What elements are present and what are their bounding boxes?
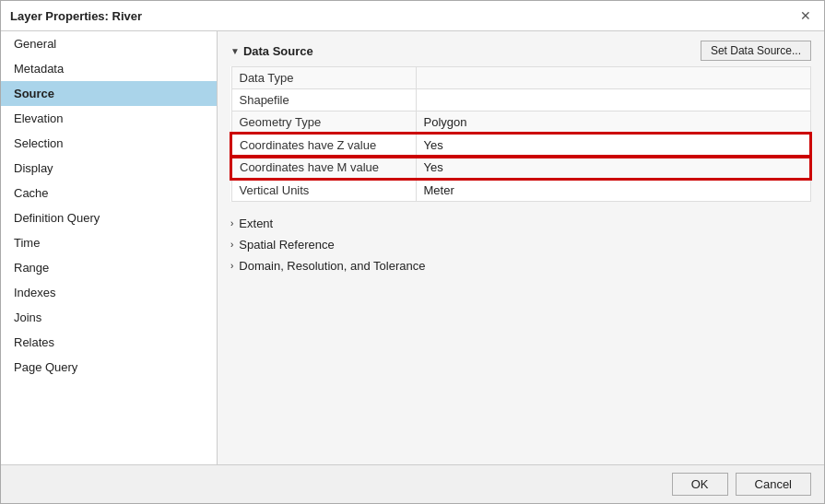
section-arrow-icon: › xyxy=(230,240,233,250)
data-source-section: ▼ Data Source Set Data Source... Data Ty… xyxy=(230,41,811,202)
sidebar-item-indexes[interactable]: Indexes xyxy=(1,280,217,305)
cancel-button[interactable]: Cancel xyxy=(736,473,811,496)
row-value: Yes xyxy=(416,134,810,157)
set-data-source-button[interactable]: Set Data Source... xyxy=(701,41,811,61)
sidebar-item-relates[interactable]: Relates xyxy=(1,330,217,355)
dialog-body: GeneralMetadataSourceElevationSelectionD… xyxy=(1,31,824,464)
title-bar-left: Layer Properties: River xyxy=(10,9,142,23)
section-arrow-icon: › xyxy=(230,218,233,229)
section-label: Domain, Resolution, and Tolerance xyxy=(239,259,425,273)
row-value: Meter xyxy=(416,179,810,202)
sidebar-item-definition-query[interactable]: Definition Query xyxy=(1,205,217,230)
row-label: Data Type xyxy=(231,67,416,89)
sidebar-item-page-query[interactable]: Page Query xyxy=(1,355,217,380)
table-row: Geometry TypePolygon xyxy=(231,111,810,135)
sidebar-item-range[interactable]: Range xyxy=(1,255,217,280)
data-source-table: Data TypeShapefileGeometry TypePolygonCo… xyxy=(230,66,811,202)
dialog-title: Layer Properties: River xyxy=(10,9,142,23)
section-header: ▼ Data Source Set Data Source... xyxy=(230,41,811,61)
section-spatial-reference[interactable]: ›Spatial Reference xyxy=(230,234,811,255)
sidebar-item-joins[interactable]: Joins xyxy=(1,305,217,330)
dialog-footer: OK Cancel xyxy=(1,464,824,503)
title-bar: Layer Properties: River ✕ xyxy=(1,1,824,31)
section-extent[interactable]: ›Extent xyxy=(230,213,811,234)
table-row: Vertical UnitsMeter xyxy=(231,179,810,202)
row-value: Polygon xyxy=(416,111,810,135)
sidebar: GeneralMetadataSourceElevationSelectionD… xyxy=(1,31,218,464)
row-value xyxy=(416,67,810,89)
sidebar-item-cache[interactable]: Cache xyxy=(1,181,217,205)
sidebar-item-display[interactable]: Display xyxy=(1,156,217,181)
main-content: ▼ Data Source Set Data Source... Data Ty… xyxy=(218,31,824,464)
row-label: Vertical Units xyxy=(231,179,416,202)
sidebar-item-metadata[interactable]: Metadata xyxy=(1,56,217,81)
table-row: Shapefile xyxy=(231,89,810,111)
close-button[interactable]: ✕ xyxy=(796,6,815,25)
sidebar-item-source[interactable]: Source xyxy=(1,81,217,106)
table-row: Data Type xyxy=(231,67,810,89)
sidebar-item-selection[interactable]: Selection xyxy=(1,131,217,156)
table-row: Coordinates have M valueYes xyxy=(231,157,810,180)
row-label: Coordinates have M value xyxy=(231,157,416,180)
section-title: ▼ Data Source xyxy=(230,44,313,58)
sidebar-item-general[interactable]: General xyxy=(1,31,217,56)
table-row: Coordinates have Z valueYes xyxy=(231,134,810,157)
row-label: Geometry Type xyxy=(231,111,416,135)
collapsible-sections: ›Extent›Spatial Reference›Domain, Resolu… xyxy=(230,213,811,276)
sidebar-item-elevation[interactable]: Elevation xyxy=(1,106,217,131)
section-label: Extent xyxy=(239,217,273,230)
ok-button[interactable]: OK xyxy=(672,473,728,496)
section-arrow-icon: › xyxy=(230,261,233,271)
layer-properties-dialog: Layer Properties: River ✕ GeneralMetadat… xyxy=(0,0,825,504)
row-label: Shapefile xyxy=(231,89,416,111)
row-label: Coordinates have Z value xyxy=(231,134,416,157)
row-value xyxy=(416,89,810,111)
section-label: Spatial Reference xyxy=(239,238,334,252)
row-value: Yes xyxy=(416,157,810,180)
data-source-title: Data Source xyxy=(243,44,313,58)
section-domain-resolution-tolerance[interactable]: ›Domain, Resolution, and Tolerance xyxy=(230,255,811,276)
collapse-arrow-icon[interactable]: ▼ xyxy=(230,46,240,56)
sidebar-item-time[interactable]: Time xyxy=(1,230,217,255)
